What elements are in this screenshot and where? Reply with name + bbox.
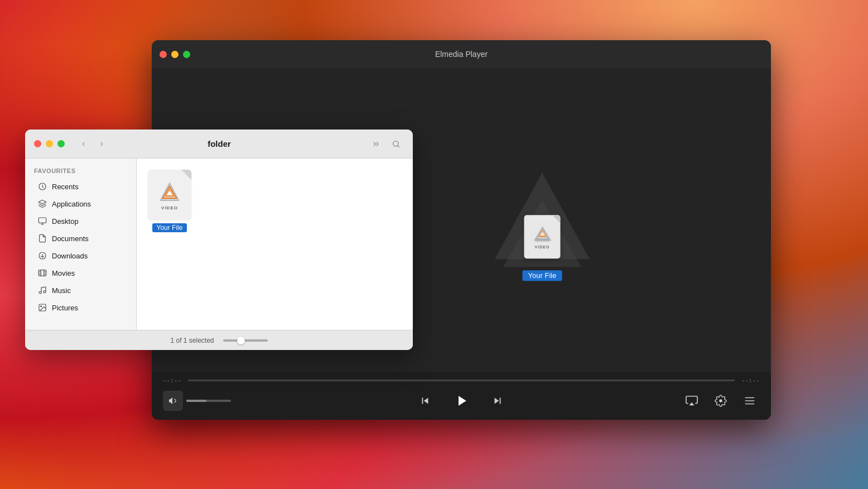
svg-rect-18 <box>38 270 46 276</box>
volume-slider[interactable] <box>186 400 231 402</box>
player-maximize-button[interactable] <box>183 51 190 58</box>
music-icon <box>37 285 47 295</box>
sidebar-item-pictures[interactable]: Pictures <box>28 299 133 316</box>
settings-button[interactable] <box>711 391 731 411</box>
finder-traffic-lights <box>34 140 65 147</box>
airplay-icon <box>686 395 698 407</box>
finder-maximize-button[interactable] <box>57 140 65 147</box>
sidebar-item-movies[interactable]: Movies <box>28 265 133 281</box>
finder-statusbar: 1 of 1 selected <box>25 330 413 350</box>
sidebar-item-applications[interactable]: Applications <box>28 195 133 212</box>
finder-window: folder Favourites <box>25 130 413 350</box>
slider-thumb <box>237 337 245 344</box>
player-traffic-lights <box>160 51 190 58</box>
finder-titlebar: folder <box>25 130 413 159</box>
elmedia-logo-icon <box>532 224 552 244</box>
svg-rect-16 <box>38 218 46 223</box>
svg-point-26 <box>44 291 46 293</box>
finder-file-icon: VIDEO <box>148 170 191 220</box>
airplay-button[interactable] <box>682 391 702 411</box>
player-titlebar: Elmedia Player <box>152 40 771 68</box>
sidebar-item-documents[interactable]: Documents <box>28 230 133 247</box>
previous-button[interactable] <box>413 389 437 413</box>
sidebar-item-recents[interactable]: Recents <box>28 178 133 195</box>
finder-minimize-button[interactable] <box>46 140 53 147</box>
recents-icon <box>37 181 47 191</box>
finder-toolbar-right <box>368 136 404 152</box>
sidebar-label-desktop: Desktop <box>52 217 79 226</box>
svg-point-25 <box>39 291 41 294</box>
play-button[interactable] <box>448 387 475 414</box>
sidebar-label-pictures: Pictures <box>52 304 78 312</box>
finder-back-button[interactable] <box>76 136 91 152</box>
player-file-label: Your File <box>523 270 562 281</box>
player-title: Elmedia Player <box>435 50 488 59</box>
volume-button[interactable] <box>163 391 183 411</box>
movies-icon <box>37 268 47 278</box>
finder-forward-button[interactable] <box>94 136 109 152</box>
sidebar-label-documents: Documents <box>52 234 89 243</box>
finder-main: VIDEO Your File <box>137 159 413 330</box>
right-controls <box>682 391 760 411</box>
player-controls: --:-- --:-- <box>152 372 771 420</box>
finder-file-name: Your File <box>152 223 187 232</box>
player-minimize-button[interactable] <box>171 51 179 58</box>
finder-title: folder <box>116 139 322 148</box>
previous-icon <box>419 395 431 407</box>
sidebar-label-movies: Movies <box>52 269 75 277</box>
sidebar-item-downloads[interactable]: Downloads <box>28 247 133 264</box>
finder-file-video-tag: VIDEO <box>161 205 178 210</box>
progress-track[interactable] <box>188 380 735 381</box>
volume-icon <box>168 396 177 405</box>
player-bg-icon: VIDEO Your File <box>492 167 592 264</box>
sidebar-item-desktop[interactable]: Desktop <box>28 213 133 229</box>
finder-nav-buttons <box>76 136 109 152</box>
center-controls <box>413 387 509 414</box>
play-icon <box>453 392 470 409</box>
player-file-icon: VIDEO <box>524 215 561 258</box>
next-button[interactable] <box>486 389 509 413</box>
finder-status-text: 1 of 1 selected <box>170 337 214 344</box>
finder-close-button[interactable] <box>34 140 41 147</box>
player-close-button[interactable] <box>160 51 167 58</box>
playlist-button[interactable] <box>740 391 760 411</box>
documents-icon <box>37 233 47 243</box>
finder-search-button[interactable] <box>388 136 404 152</box>
time-start: --:-- <box>163 377 181 384</box>
sidebar-label-music: Music <box>52 286 71 295</box>
icon-size-slider[interactable] <box>223 339 268 342</box>
svg-point-28 <box>41 306 42 307</box>
sidebar-section-label: Favourites <box>25 165 136 178</box>
next-icon <box>491 395 504 407</box>
slider-track <box>223 339 268 342</box>
desktop-icon <box>37 216 47 226</box>
finder-body: Favourites Recents Applicatio <box>25 159 413 330</box>
volume-section <box>163 391 231 411</box>
svg-marker-9 <box>689 402 694 406</box>
pictures-icon <box>37 303 47 313</box>
svg-point-13 <box>393 141 398 146</box>
sidebar-label-applications: Applications <box>52 200 91 208</box>
finder-sidebar: Favourites Recents Applicatio <box>25 159 137 330</box>
finder-more-button[interactable] <box>368 136 384 152</box>
playlist-icon <box>744 395 756 407</box>
sidebar-label-downloads: Downloads <box>52 252 88 260</box>
finder-file-item[interactable]: VIDEO Your File <box>148 170 191 232</box>
sidebar-item-music[interactable]: Music <box>28 282 133 299</box>
sidebar-label-recents: Recents <box>52 183 79 191</box>
downloads-icon <box>37 251 47 261</box>
applications-icon <box>37 199 47 209</box>
file-video-tag: VIDEO <box>535 245 550 249</box>
svg-line-14 <box>398 146 399 147</box>
settings-icon <box>715 395 727 407</box>
time-end: --:-- <box>741 377 760 384</box>
controls-row <box>152 386 771 420</box>
progress-bar-container: --:-- --:-- <box>152 372 771 386</box>
finder-elmedia-logo <box>157 180 182 204</box>
